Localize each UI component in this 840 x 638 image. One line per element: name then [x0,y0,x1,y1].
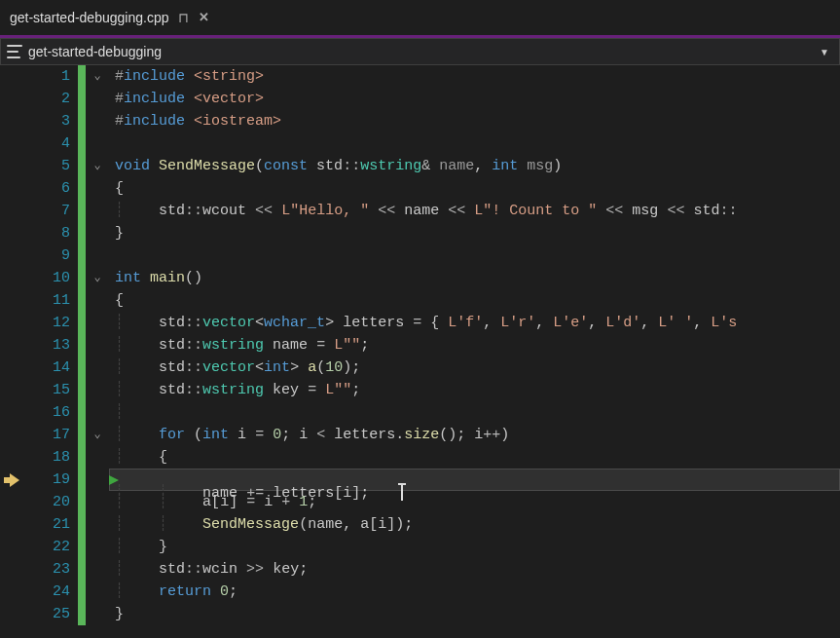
line-number: 11 [29,289,78,312]
code-line[interactable]: ┊ } [109,536,840,558]
line-number: 8 [29,222,78,244]
line-number: 10 [29,267,78,289]
code-line[interactable]: ┊ [109,401,840,424]
line-number: 22 [29,536,78,558]
fold-toggle [86,491,109,513]
change-indicator [78,65,86,638]
gutter-row[interactable] [0,357,29,379]
navigation-scope[interactable]: get-started-debugging [28,44,814,59]
fold-gutter[interactable]: ⌄⌄⌄⌄ [86,65,109,638]
code-line[interactable]: ┊ return 0; [109,581,840,603]
file-tab[interactable]: get-started-debugging.cpp ⊓ ✕ [0,0,219,34]
gutter-row[interactable] [0,334,29,357]
line-number: 4 [29,132,78,155]
gutter-row[interactable] [0,401,29,424]
fold-toggle[interactable]: ⌄ [86,267,109,289]
gutter-row[interactable] [0,244,29,267]
code-line[interactable]: ┊ std::wcin >> key; [109,558,840,581]
line-number: 23 [29,558,78,581]
code-line[interactable]: void SendMessage(const std::wstring& nam… [109,155,840,177]
gutter-row[interactable] [0,312,29,334]
gutter-row[interactable] [0,155,29,177]
gutter-row[interactable] [0,491,29,513]
line-number: 7 [29,200,78,222]
code-line[interactable]: ┊ for (int i = 0; i < letters.size(); i+… [109,424,840,446]
change-marker [78,244,86,267]
gutter-row[interactable] [0,267,29,289]
code-line[interactable]: int main() [109,267,840,289]
code-line[interactable]: #include <iostream> [109,110,840,132]
line-number: 13 [29,334,78,357]
svg-marker-0 [109,475,119,485]
gutter-row[interactable] [0,110,29,132]
gutter-row[interactable] [0,581,29,603]
code-line[interactable] [109,132,840,155]
fold-toggle [86,379,109,401]
line-number: 16 [29,401,78,424]
gutter-row[interactable] [0,424,29,446]
code-line[interactable]: ┊ std::wstring key = L""; [109,379,840,401]
code-line[interactable]: ┊ { [109,446,840,469]
code-area[interactable]: #include <string>#include <vector>#inclu… [109,65,840,638]
code-line[interactable]: ┊ std::vector<wchar_t> letters = { L'f',… [109,312,840,334]
breakpoint-gutter[interactable] [0,65,29,638]
gutter-row[interactable] [0,603,29,625]
gutter-row[interactable] [0,200,29,222]
code-line[interactable]: { [109,177,840,200]
gutter-row[interactable] [0,132,29,155]
change-marker [78,65,86,88]
change-marker [78,469,86,491]
fold-toggle [86,222,109,244]
fold-toggle [86,513,109,536]
line-number: 18 [29,446,78,469]
change-marker [78,222,86,244]
code-line[interactable]: ┊ std::wcout << L"Hello, " << name << L"… [109,200,840,222]
change-marker [78,312,86,334]
code-line[interactable]: } [109,222,840,244]
code-line[interactable]: } [109,603,840,625]
change-marker [78,200,86,222]
chevron-down-icon[interactable]: ▼ [820,47,829,57]
code-line[interactable]: ┊ std::vector<int> a(10); [109,357,840,379]
gutter-row[interactable] [0,469,29,491]
fold-toggle [86,536,109,558]
fold-toggle [86,200,109,222]
gutter-row[interactable] [0,536,29,558]
code-editor[interactable]: 1234567891011121314151617181920212223242… [0,65,840,638]
fold-toggle[interactable]: ⌄ [86,424,109,446]
code-line[interactable]: ┊ std::wstring name = L""; [109,334,840,357]
pin-icon[interactable]: ⊓ [178,10,189,25]
gutter-row[interactable] [0,88,29,110]
text-cursor [395,484,396,502]
gutter-row[interactable] [0,513,29,536]
gutter-row[interactable] [0,446,29,469]
fold-toggle [86,401,109,424]
fold-toggle[interactable]: ⌄ [86,65,109,88]
gutter-row[interactable] [0,558,29,581]
gutter-row[interactable] [0,379,29,401]
gutter-row[interactable] [0,177,29,200]
fold-toggle [86,469,109,491]
code-line[interactable]: ┊ ┊ a[i] = i + 1; [109,491,840,513]
fold-toggle[interactable]: ⌄ [86,155,109,177]
code-line[interactable] [109,244,840,267]
code-line[interactable]: #include <vector> [109,88,840,110]
code-line[interactable]: ┊ ┊ SendMessage(name, a[i]); [109,513,840,536]
code-line[interactable]: { [109,289,840,312]
navigation-bar[interactable]: get-started-debugging ▼ [0,38,840,65]
change-marker [78,536,86,558]
gutter-row[interactable] [0,222,29,244]
change-marker [78,155,86,177]
scope-icon [7,45,22,58]
fold-toggle [86,132,109,155]
gutter-row[interactable] [0,289,29,312]
close-icon[interactable]: ✕ [199,10,209,24]
code-line[interactable]: #include <string> [109,65,840,88]
gutter-row[interactable] [0,65,29,88]
fold-toggle [86,581,109,603]
change-marker [78,289,86,312]
line-number: 6 [29,177,78,200]
change-marker [78,132,86,155]
fold-toggle [86,558,109,581]
line-number: 1 [29,65,78,88]
